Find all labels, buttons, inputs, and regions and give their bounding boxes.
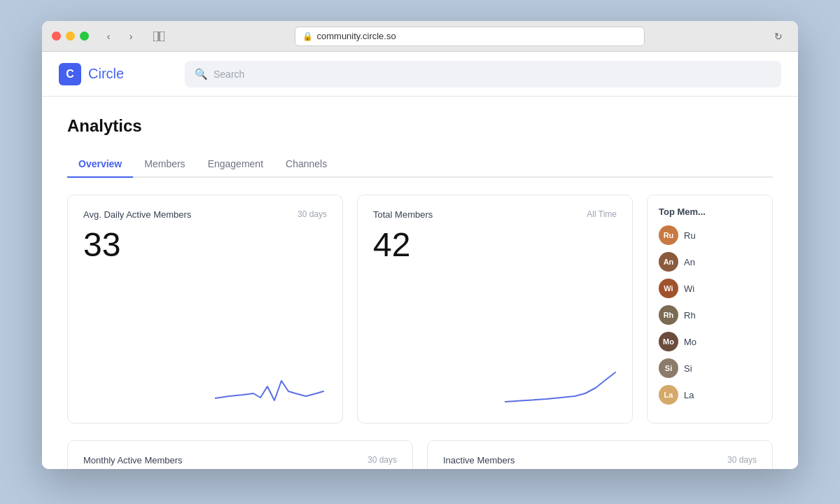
site-name[interactable]: Circle [88,66,124,82]
avatar: La [659,385,678,405]
page-title: Analytics [67,116,773,136]
member-item: An An [659,252,761,272]
traffic-lights [52,31,89,41]
stats-grid: Avg. Daily Active Members 30 days 33 [42,178,798,440]
minimize-button[interactable] [66,31,75,41]
stats-row-2: Monthly Active Members 30 days 11 [42,440,798,469]
stat-value: 33 [83,228,327,262]
svg-rect-0 [153,31,158,41]
stat-label: Total Members [373,209,433,220]
top-nav: C Circle 🔍 Search [42,52,798,97]
tab-engagement[interactable]: Engagement [197,151,274,176]
logo-area: C Circle [59,63,171,85]
card-total-members: Total Members All Time 42 [357,195,633,424]
content-area: Analytics Overview Members Engagement Ch… [42,97,798,469]
member-item: Mo Mo [659,332,761,351]
member-name: Mo [684,337,696,347]
member-item: Wi Wi [659,279,761,298]
stat-period: 30 days [368,455,397,465]
top-members-title: Top Mem... [659,206,761,217]
lock-icon: 🔒 [302,31,313,41]
member-name: Rh [684,310,696,321]
card-monthly-active: Monthly Active Members 30 days 11 [67,440,413,469]
main-area: Analytics Overview Members Engagement Ch… [42,97,798,469]
avatar: Mo [659,332,678,351]
stat-label: Inactive Members [443,455,515,465]
member-name: Ru [684,230,696,241]
stat-period: 30 days [727,455,757,465]
tab-members[interactable]: Members [133,151,196,176]
card-header: Monthly Active Members 30 days [83,455,397,465]
card-header: Avg. Daily Active Members 30 days [83,209,327,220]
tab-overview[interactable]: Overview [67,151,133,176]
forward-button[interactable]: › [121,29,141,44]
logo-icon[interactable]: C [59,63,81,85]
search-placeholder: Search [214,69,244,80]
address-bar[interactable]: 🔒 community.circle.so [295,27,645,46]
member-item: La La [659,385,761,405]
stat-chart [373,267,617,409]
card-avg-daily-active: Avg. Daily Active Members 30 days 33 [67,195,343,424]
svg-rect-1 [160,31,164,41]
card-header: Total Members All Time [373,209,617,220]
member-name: Si [684,363,692,374]
member-item: Si Si [659,358,761,378]
stat-period: All Time [587,209,617,219]
reload-button[interactable]: ↻ [769,29,788,44]
card-inactive-members: Inactive Members 30 days 30 [427,440,773,469]
app-content: C Circle 🔍 Search Analytics Overview [42,52,798,469]
search-bar[interactable]: 🔍 Search [185,61,781,88]
url-text: community.circle.so [317,31,396,41]
stat-label: Monthly Active Members [83,455,183,465]
split-view-button[interactable] [148,29,170,44]
member-item: Rh Rh [659,305,761,325]
stat-value: 42 [373,228,617,262]
maximize-button[interactable] [80,31,89,41]
close-button[interactable] [52,31,61,41]
analytics-header: Analytics [42,97,798,136]
member-name: An [684,257,695,267]
avatar: Ru [659,225,678,245]
stat-period: 30 days [298,209,327,219]
stat-label: Avg. Daily Active Members [83,209,191,220]
avatar: Si [659,358,678,378]
member-item: Ru Ru [659,225,761,245]
avatar: An [659,252,678,272]
member-name: Wi [684,284,694,294]
back-button[interactable]: ‹ [99,29,118,44]
avatar: Rh [659,305,678,325]
member-name: La [684,390,694,400]
search-icon: 🔍 [195,68,208,80]
avatar: Wi [659,279,678,298]
card-header: Inactive Members 30 days [443,455,757,465]
tabs-bar: Overview Members Engagement Channels [67,151,773,178]
nav-buttons: ‹ › [99,29,141,44]
tab-channels[interactable]: Channels [274,151,338,176]
browser-chrome: ‹ › 🔒 community.circle.so ↻ [42,21,798,52]
browser-window: ‹ › 🔒 community.circle.so ↻ C Circle 🔍 S… [42,21,798,469]
top-members-panel: Top Mem... Ru Ru An An Wi Wi [647,195,773,424]
stat-chart [83,267,327,409]
